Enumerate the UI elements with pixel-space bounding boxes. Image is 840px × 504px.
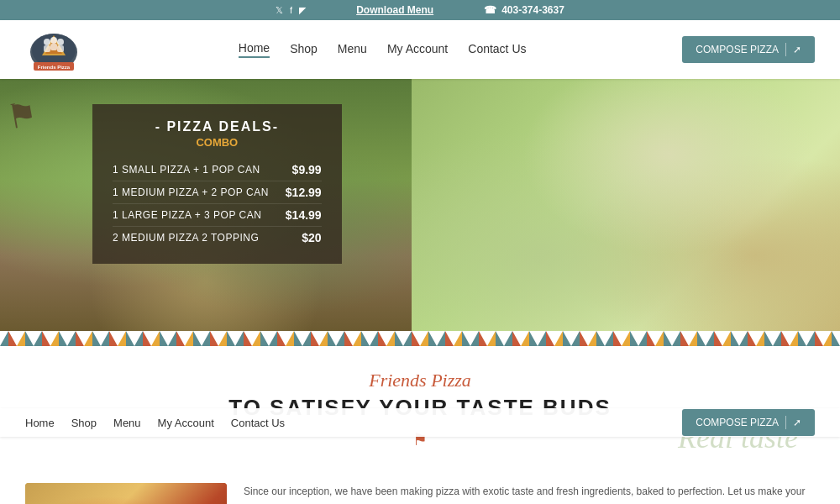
floating-compose-divider — [785, 416, 786, 429]
floating-nav-shop[interactable]: Shop — [71, 417, 97, 429]
svg-rect-8 — [50, 44, 57, 50]
floating-nav-links: Home Shop Menu My Account Contact Us — [25, 417, 285, 429]
floating-nav-contact[interactable]: Contact Us — [231, 417, 285, 429]
deal-item-3: 1 LARGE PIZZA + 3 POP CAN $14.99 — [113, 204, 322, 227]
download-menu-link[interactable]: Download Menu — [356, 4, 433, 16]
main-nav: Home Shop Menu My Account Contact Us — [239, 41, 527, 58]
svg-point-6 — [57, 39, 64, 45]
compose-divider — [785, 43, 786, 56]
compose-pizza-button[interactable]: COMPOSE PIZZA ➚ — [682, 36, 815, 63]
deals-title: - PIZZA DEALS- — [113, 119, 322, 134]
svg-rect-9 — [57, 45, 64, 52]
phone-icon: ☎ — [484, 4, 496, 16]
pizza-bg — [25, 483, 227, 504]
deal-item-2: 1 MEDIUM PIZZA + 2 POP CAN $12.99 — [113, 181, 322, 204]
deal-label-4: 2 MEDIUM PIZZA 2 TOPPING — [113, 232, 259, 244]
deal-price-4: $20 — [302, 231, 321, 244]
facebook-icon[interactable]: f — [290, 5, 292, 15]
svg-point-5 — [50, 37, 57, 44]
deal-price-1: $9.99 — [292, 163, 322, 176]
floating-nav-home[interactable]: Home — [25, 417, 55, 429]
deal-label-2: 1 MEDIUM PIZZA + 2 POP CAN — [113, 186, 269, 198]
utensils-icon: ⚑ — [3, 93, 39, 137]
deal-price-3: $14.99 — [286, 208, 322, 222]
pizza-image — [25, 483, 227, 504]
nav-my-account[interactable]: My Account — [387, 42, 448, 57]
nav-home[interactable]: Home — [239, 41, 270, 58]
nav-contact-us[interactable]: Contact Us — [468, 42, 526, 57]
svg-rect-7 — [44, 45, 50, 52]
phone-text: 403-374-3637 — [501, 4, 564, 16]
salad-image-right — [412, 79, 840, 331]
social-links: 𝕏 f ◤ — [276, 5, 306, 16]
compose-icon: ➚ — [793, 44, 801, 55]
deal-item-1: 1 SMALL PIZZA + 1 POP CAN $9.99 — [113, 159, 322, 181]
deals-subtitle: COMBO — [113, 136, 322, 149]
deal-item-4: 2 MEDIUM PIZZA 2 TOPPING $20 — [113, 227, 322, 249]
floating-compose-button[interactable]: COMPOSE PIZZA ➚ — [682, 409, 815, 436]
instagram-icon[interactable]: ◤ — [299, 5, 306, 16]
deal-label-3: 1 LARGE PIZZA + 3 POP CAN — [113, 209, 261, 221]
floating-compose-label: COMPOSE PIZZA — [696, 417, 779, 428]
bottom-section: Since our inception, we have been making… — [0, 475, 840, 504]
phone-number: ☎ 403-374-3637 — [484, 4, 564, 16]
pizza-deals-box: - PIZZA DEALS- COMBO 1 SMALL PIZZA + 1 P… — [92, 104, 342, 264]
logo[interactable]: Friends Pizza — [25, 25, 82, 74]
nav-menu[interactable]: Menu — [338, 42, 367, 57]
hero-section: ⚑ - PIZZA DEALS- COMBO 1 SMALL PIZZA + 1… — [0, 79, 840, 331]
nav-bar: Friends Pizza Home Shop Menu My Account … — [0, 20, 840, 79]
about-script-text: Friends Pizza — [0, 370, 840, 391]
twitter-icon[interactable]: 𝕏 — [276, 5, 283, 16]
floating-nav: Home Shop Menu My Account Contact Us COM… — [0, 408, 840, 437]
hero-right — [412, 79, 840, 331]
nav-shop[interactable]: Shop — [290, 42, 318, 57]
hero-left: ⚑ - PIZZA DEALS- COMBO 1 SMALL PIZZA + 1… — [0, 79, 412, 331]
svg-point-4 — [44, 39, 50, 45]
zigzag-divider — [0, 331, 840, 346]
about-body-text: Since our inception, we have been making… — [244, 483, 815, 504]
floating-nav-menu[interactable]: Menu — [113, 417, 141, 429]
svg-text:Friends Pizza: Friends Pizza — [38, 65, 71, 70]
logo-svg: Friends Pizza — [25, 25, 82, 74]
deal-price-2: $12.99 — [286, 186, 322, 199]
top-bar: 𝕏 f ◤ Download Menu ☎ 403-374-3637 — [0, 0, 840, 20]
deal-label-1: 1 SMALL PIZZA + 1 POP CAN — [113, 164, 260, 176]
floating-compose-icon: ➚ — [793, 417, 801, 428]
floating-nav-account[interactable]: My Account — [158, 417, 214, 429]
compose-pizza-label: COMPOSE PIZZA — [696, 44, 779, 55]
